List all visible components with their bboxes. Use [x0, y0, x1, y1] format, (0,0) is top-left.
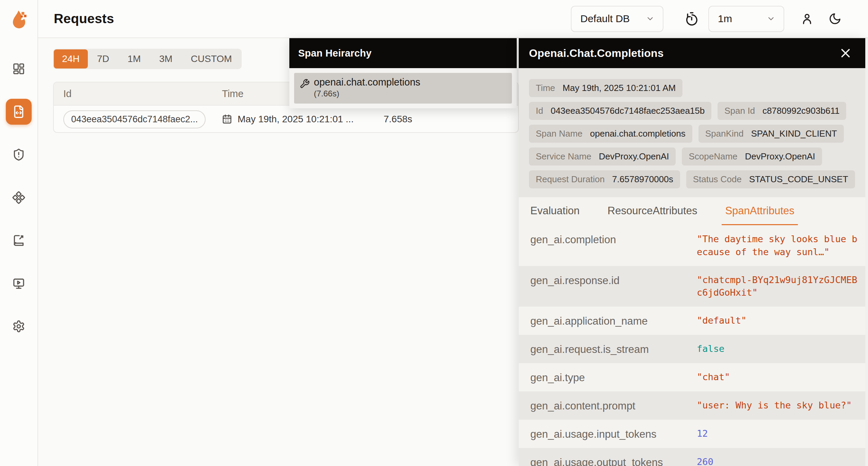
- shield-alert-icon: [12, 148, 25, 161]
- topbar: Requests Default DB 1m: [38, 0, 868, 38]
- attribute-row: gen_ai.application_name "default": [519, 307, 866, 335]
- span-hierarchy-panel: Span Heirarchy openai.chat.completions (…: [289, 38, 517, 108]
- attribute-row: gen_ai.usage.input_tokens 12: [519, 420, 866, 448]
- filter-7d[interactable]: 7D: [88, 49, 118, 68]
- user-icon: [801, 12, 814, 25]
- chip-request-duration: Request Duration7.6578970000s: [529, 170, 680, 188]
- dark-mode-toggle[interactable]: [829, 12, 841, 25]
- nav-item-sessions[interactable]: [6, 270, 32, 296]
- detail-title: Openai.Chat.Completions: [529, 47, 664, 60]
- attribute-row: gen_ai.response.id "chatcmpl-BYq21w9uj81…: [519, 266, 866, 307]
- attribute-row: gen_ai.usage.output_tokens 260: [519, 448, 866, 466]
- table-row[interactable]: 043eea3504576dc7148faec2... May 19th, 20…: [54, 106, 518, 133]
- span-hierarchy-title: Span Heirarchy: [298, 48, 372, 59]
- detail-header: Openai.Chat.Completions: [519, 38, 866, 68]
- request-id-pill[interactable]: 043eea3504576dc7148faec2...: [63, 110, 206, 128]
- interval-select-value: 1m: [718, 13, 732, 25]
- file-code-icon: [12, 105, 26, 119]
- sidebar-nav: [0, 56, 37, 339]
- span-hierarchy-header: Span Heirarchy: [289, 38, 517, 68]
- span-duration: (7.66s): [314, 89, 420, 98]
- filter-3m[interactable]: 3M: [150, 49, 182, 68]
- span-tree-item[interactable]: openai.chat.completions (7.66s): [294, 73, 512, 104]
- chip-scope-name: ScopeNameDevProxy.OpenAI: [682, 147, 822, 166]
- nav-item-requests[interactable]: [6, 99, 32, 125]
- nav-item-security[interactable]: [6, 142, 32, 168]
- filter-custom[interactable]: CUSTOM: [182, 49, 241, 68]
- span-attributes-list: gen_ai.completion "The daytime sky looks…: [519, 225, 866, 466]
- settings-icon: [12, 320, 25, 333]
- tab-evaluation[interactable]: Evaluation: [527, 197, 583, 225]
- diamonds-icon: [12, 191, 25, 204]
- nav-item-settings[interactable]: [6, 313, 32, 339]
- topbar-controls: Default DB 1m: [571, 6, 868, 32]
- nav-item-components[interactable]: [6, 185, 32, 211]
- column-header-id: Id: [63, 88, 222, 99]
- moon-icon: [829, 12, 841, 25]
- tab-resource-attributes[interactable]: ResourceAttributes: [604, 197, 701, 225]
- chip-span-name: Span Nameopenai.chat.completions: [529, 125, 692, 143]
- detail-tabs-section: Evaluation ResourceAttributes SpanAttrib…: [519, 197, 866, 466]
- attribute-row: gen_ai.type "chat": [519, 363, 866, 391]
- chip-span-kind: SpanKindSPAN_KIND_CLIENT: [698, 125, 844, 143]
- close-button[interactable]: [837, 45, 854, 62]
- user-button[interactable]: [801, 12, 814, 25]
- chip-id: Id043eea3504576dc7148faec253aea15b: [529, 102, 711, 120]
- wrench-icon: [300, 77, 314, 89]
- attribute-row: gen_ai.content.prompt "user: Why is the …: [519, 391, 866, 420]
- chevron-down-icon: [767, 14, 775, 23]
- time-range-filter: 24H 7D 1M 3M CUSTOM: [53, 49, 242, 69]
- chip-status-code: Status CodeSTATUS_CODE_UNSET: [686, 170, 855, 188]
- filter-24h[interactable]: 24H: [54, 49, 88, 68]
- close-icon: [838, 46, 853, 60]
- request-duration: 7.658s: [381, 114, 509, 125]
- request-time: May 19th, 2025 10:21:01 ...: [238, 114, 354, 125]
- chip-span-id: Span Idc8780992c903b611: [718, 102, 846, 120]
- notebook-pen-icon: [12, 234, 25, 247]
- span-metadata-chips: TimeMay 19th, 2025 10:21:01 AM Id043eea3…: [519, 68, 866, 197]
- detail-tabs: Evaluation ResourceAttributes SpanAttrib…: [519, 197, 866, 225]
- tab-span-attributes[interactable]: SpanAttributes: [722, 197, 798, 225]
- database-select[interactable]: Default DB: [571, 6, 663, 32]
- monitor-play-icon: [12, 277, 25, 290]
- attribute-row: gen_ai.request.is_stream false: [519, 335, 866, 363]
- chevron-down-icon: [646, 14, 655, 23]
- timer-button[interactable]: [685, 12, 699, 26]
- sidebar: [0, 0, 38, 466]
- timer-icon: [685, 12, 699, 26]
- page-title: Requests: [54, 11, 114, 26]
- page-scrollbar[interactable]: [865, 38, 868, 466]
- span-detail-panel: Openai.Chat.Completions TimeMay 19th, 20…: [519, 38, 866, 466]
- chip-time: TimeMay 19th, 2025 10:21:01 AM: [529, 79, 682, 97]
- layout-dashboard-icon: [12, 62, 25, 75]
- nav-item-dashboard[interactable]: [6, 56, 32, 82]
- flame-logo-icon: [9, 9, 29, 29]
- database-select-value: Default DB: [580, 13, 630, 25]
- chip-service-name: Service NameDevProxy.OpenAI: [529, 147, 676, 166]
- calendar-icon: [222, 114, 232, 124]
- attribute-row: gen_ai.completion "The daytime sky looks…: [519, 225, 866, 266]
- filter-1m[interactable]: 1M: [118, 49, 150, 68]
- nav-item-notebook[interactable]: [6, 228, 32, 253]
- interval-select[interactable]: 1m: [708, 6, 784, 32]
- span-name: openai.chat.completions: [314, 77, 420, 88]
- app-logo[interactable]: [0, 0, 38, 38]
